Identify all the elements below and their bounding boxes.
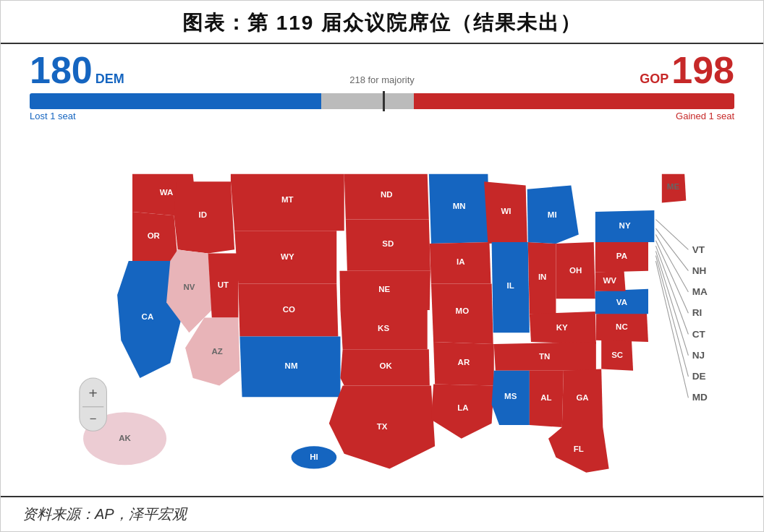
state-ks bbox=[341, 310, 428, 349]
state-il bbox=[492, 242, 530, 332]
svg-text:MD: MD bbox=[692, 392, 708, 403]
state-or bbox=[132, 212, 178, 261]
svg-text:RI: RI bbox=[692, 307, 703, 318]
state-ga bbox=[562, 369, 603, 427]
state-oh bbox=[556, 242, 595, 299]
svg-line-47 bbox=[655, 256, 688, 377]
state-ut bbox=[208, 254, 239, 318]
title-bar: 图表：第 119 届众议院席位（结果未出） bbox=[1, 1, 763, 44]
svg-text:−: − bbox=[90, 412, 97, 426]
svg-line-46 bbox=[655, 251, 688, 355]
score-numbers: 180 DEM 218 for majority GOP 198 bbox=[30, 51, 734, 89]
state-ms bbox=[492, 371, 530, 425]
dem-score: 180 DEM bbox=[30, 51, 124, 89]
bar-gop bbox=[414, 93, 734, 109]
state-ar bbox=[433, 342, 494, 386]
progress-bar-container bbox=[30, 93, 734, 109]
state-sd bbox=[346, 220, 430, 271]
map-section: WA OR CA ID NV MT WY bbox=[1, 124, 763, 496]
svg-line-43 bbox=[655, 234, 688, 291]
svg-text:DE: DE bbox=[692, 371, 706, 382]
state-tn bbox=[494, 342, 596, 371]
state-fl bbox=[548, 427, 609, 473]
state-ia bbox=[430, 242, 491, 284]
majority-label: 218 for majority bbox=[349, 74, 415, 85]
state-in bbox=[528, 242, 556, 314]
state-al bbox=[530, 371, 564, 427]
state-wi bbox=[484, 181, 527, 244]
state-tx bbox=[329, 386, 435, 469]
gop-label: GOP bbox=[640, 72, 668, 87]
state-hi bbox=[292, 446, 337, 468]
score-section: 180 DEM 218 for majority GOP 198 Lost 1 … bbox=[1, 44, 763, 124]
gop-score: GOP 198 bbox=[640, 51, 734, 89]
svg-text:+: + bbox=[89, 385, 98, 401]
state-mt bbox=[231, 174, 344, 231]
state-ne bbox=[339, 271, 430, 310]
state-nm bbox=[239, 337, 340, 398]
seat-change-row: Lost 1 seat Gained 1 seat bbox=[30, 111, 734, 121]
gained-seat-label: Gained 1 seat bbox=[676, 111, 734, 121]
svg-text:VT: VT bbox=[692, 244, 705, 255]
svg-line-45 bbox=[655, 246, 688, 334]
footer: 资料来源：AP，泽平宏观 bbox=[1, 496, 763, 531]
bar-mid bbox=[321, 93, 414, 109]
dem-label: DEM bbox=[96, 72, 124, 87]
state-nc bbox=[596, 312, 648, 342]
svg-line-48 bbox=[655, 261, 688, 398]
state-mn bbox=[429, 174, 490, 244]
footer-text: 资料来源：AP，泽平宏观 bbox=[22, 506, 187, 522]
state-mi bbox=[527, 186, 579, 244]
state-co bbox=[238, 283, 338, 336]
us-map: WA OR CA ID NV MT WY bbox=[56, 144, 708, 476]
lost-seat-label: Lost 1 seat bbox=[30, 111, 76, 121]
svg-text:MA: MA bbox=[692, 286, 708, 297]
dem-count: 180 bbox=[30, 51, 93, 89]
bar-dem bbox=[30, 93, 321, 109]
state-pa bbox=[595, 241, 648, 273]
map-wrapper: WA OR CA ID NV MT WY bbox=[56, 144, 708, 476]
state-wv bbox=[595, 271, 626, 291]
state-id bbox=[174, 181, 235, 253]
svg-text:NJ: NJ bbox=[692, 350, 705, 361]
state-me bbox=[662, 174, 686, 203]
page-title: 图表：第 119 届众议院席位（结果未出） bbox=[1, 9, 763, 37]
state-ny bbox=[595, 210, 655, 242]
state-wy bbox=[234, 231, 336, 283]
state-ok bbox=[341, 349, 430, 385]
page-container: 图表：第 119 届众议院席位（结果未出） 180 DEM 218 for ma… bbox=[0, 0, 764, 532]
progress-bar bbox=[30, 93, 734, 109]
state-mo bbox=[431, 283, 493, 344]
state-ky bbox=[530, 312, 596, 344]
state-va bbox=[595, 289, 648, 314]
svg-text:CT: CT bbox=[692, 329, 706, 340]
majority-tick bbox=[383, 91, 385, 111]
state-sc bbox=[601, 340, 633, 371]
state-nd bbox=[344, 174, 429, 220]
state-la bbox=[431, 384, 494, 438]
svg-text:NH: NH bbox=[692, 265, 707, 276]
gop-count: 198 bbox=[671, 51, 734, 89]
